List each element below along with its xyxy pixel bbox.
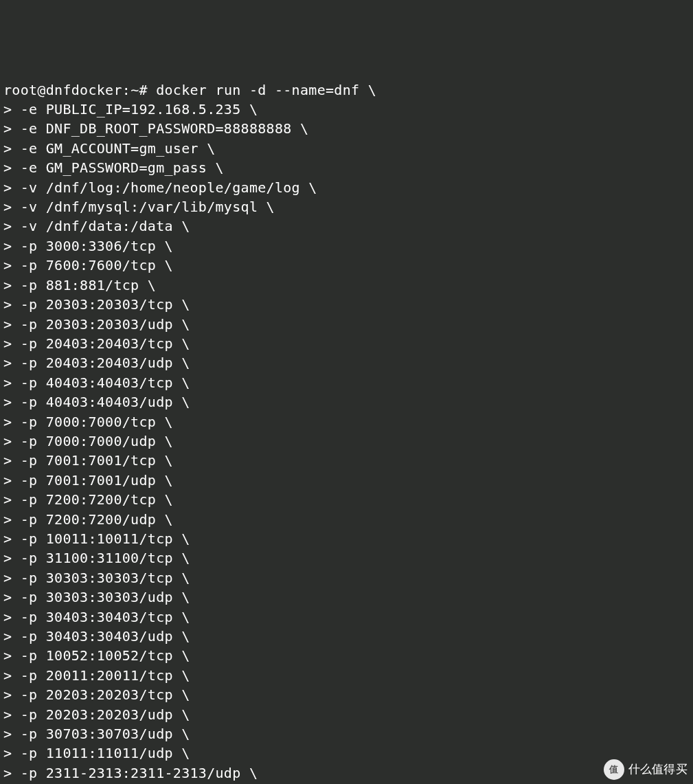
cmd-port-line: > -p 2311-2313:2311-2313/udp \: [3, 763, 690, 783]
cmd-port: -p 3000:3306/tcp: [21, 238, 156, 254]
cmd-env: -e DNF_DB_ROOT_PASSWORD=88888888: [21, 120, 292, 137]
cmd-port: -p 10011:10011/tcp: [21, 530, 173, 547]
cmd-port-line: > -p 7200:7200/tcp \: [3, 490, 690, 509]
cmd-port-line: > -p 7200:7200/udp \: [3, 510, 690, 529]
cmd-port: -p 11011:11011/udp: [21, 745, 173, 761]
cmd-port-line: > -p 20403:20403/udp \: [3, 353, 690, 372]
cmd-env-line: > -e PUBLIC_IP=192.168.5.235 \: [3, 100, 690, 119]
cmd-port-line: > -p 40403:40403/udp \: [3, 392, 690, 412]
cmd-port-line: > -p 11011:11011/udp \: [3, 743, 690, 763]
cmd-port: -p 7001:7001/udp: [21, 472, 156, 489]
cmd-env: -e GM_ACCOUNT=gm_user: [21, 140, 198, 157]
cmd-env-line: > -e DNF_DB_ROOT_PASSWORD=88888888 \: [3, 119, 690, 138]
cmd-port-line: > -p 881:881/tcp \: [3, 276, 690, 295]
prompt-char: #: [139, 82, 147, 98]
cmd-port-line: > -p 30403:30403/tcp \: [3, 607, 690, 627]
cmd-port: -p 30403:30403/tcp: [21, 609, 173, 625]
cmd-port: -p 20303:20303/udp: [21, 316, 173, 333]
cmd-port-line: > -p 7001:7001/udp \: [3, 471, 690, 490]
cmd-port-line: > -p 7000:7000/udp \: [3, 432, 690, 451]
cmd-port: -p 7200:7200/udp: [21, 511, 156, 528]
cmd-volume-line: > -v /dnf/data:/data \: [3, 216, 690, 236]
cmd-port-line: > -p 10011:10011/tcp \: [3, 529, 690, 548]
cmd-port: -p 20203:20203/udp: [21, 706, 173, 723]
cmd-volume-line: > -v /dnf/log:/home/neople/game/log \: [3, 178, 690, 197]
cmd-volume: -v /dnf/mysql:/var/lib/mysql: [21, 199, 258, 215]
cmd-port: -p 881:881/tcp: [21, 277, 139, 293]
cmd-port-line: > -p 30703:30703/udp \: [3, 724, 690, 743]
cmd-port-line: > -p 20203:20203/udp \: [3, 705, 690, 724]
cmd-base: docker run -d --name=dnf: [156, 82, 359, 98]
cmd-port: -p 30303:30303/tcp: [21, 570, 173, 586]
cmd-port-line: > -p 31100:31100/tcp \: [3, 548, 690, 568]
cmd-port-line: > -p 7600:7600/tcp \: [3, 256, 690, 275]
cmd-port: -p 20203:20203/tcp: [21, 686, 173, 703]
cmd-port-line: > -p 20403:20403/tcp \: [3, 334, 690, 353]
watermark: 值 什么值得买: [604, 759, 688, 780]
cmd-port: -p 7200:7200/tcp: [21, 491, 156, 508]
cmd-port: -p 7001:7001/tcp: [21, 452, 156, 469]
cmd-port: -p 40403:40403/udp: [21, 394, 173, 410]
cmd-port-line: > -p 20303:20303/tcp \: [3, 295, 690, 314]
cmd-port: -p 20303:20303/tcp: [21, 296, 173, 313]
cmd-env: -e PUBLIC_IP=192.168.5.235: [21, 101, 241, 117]
cmd-volume: -v /dnf/data:/data: [21, 218, 173, 234]
cmd-port: -p 7000:7000/tcp: [21, 414, 156, 430]
cmd-port-line: > -p 3000:3306/tcp \: [3, 236, 690, 256]
cmd-env-line: > -e GM_PASSWORD=gm_pass \: [3, 158, 690, 177]
prompt-line: root@dnfdocker:~# docker run -d --name=d…: [3, 80, 690, 100]
cmd-port-line: > -p 30303:30303/tcp \: [3, 568, 690, 587]
cmd-port: -p 20011:20011/tcp: [21, 667, 173, 684]
cmd-port-line: > -p 20303:20303/udp \: [3, 315, 690, 334]
cmd-volume: -v /dnf/log:/home/neople/game/log: [21, 179, 300, 196]
cmd-port-line: > -p 30403:30403/udp \: [3, 627, 690, 646]
cmd-port: -p 20403:20403/udp: [21, 355, 173, 371]
cmd-port-line: > -p 40403:40403/tcp \: [3, 373, 690, 392]
cmd-port: -p 10052:10052/tcp: [21, 647, 173, 664]
cmd-port-line: > -p 7000:7000/tcp \: [3, 412, 690, 432]
cmd-port: -p 30703:30703/udp: [21, 726, 173, 742]
cmd-env-line: > -e GM_ACCOUNT=gm_user \: [3, 139, 690, 158]
cmd-port: -p 31100:31100/tcp: [21, 550, 173, 566]
cmd-port-line: > -p 20203:20203/tcp \: [3, 685, 690, 704]
cmd-volume-line: > -v /dnf/mysql:/var/lib/mysql \: [3, 197, 690, 216]
cmd-port-line: > -p 30303:30303/udp \: [3, 587, 690, 607]
cmd-port: -p 30403:30403/udp: [21, 628, 173, 645]
cmd-port: -p 7000:7000/udp: [21, 433, 156, 449]
terminal[interactable]: root@dnfdocker:~# docker run -d --name=d…: [3, 80, 690, 784]
cmd-port-line: > -p 7001:7001/tcp \: [3, 451, 690, 470]
cmd-env: -e GM_PASSWORD=gm_pass: [21, 159, 207, 176]
cmd-port: -p 30303:30303/udp: [21, 589, 173, 605]
cmd-port-line: > -p 20011:20011/tcp \: [3, 666, 690, 685]
prompt-user-host: root@dnfdocker: [3, 82, 122, 98]
cmd-port-line: > -p 10052:10052/tcp \: [3, 646, 690, 665]
watermark-badge-icon: 值: [604, 759, 624, 780]
watermark-text: 什么值得买: [628, 760, 688, 779]
cmd-port: -p 20403:20403/tcp: [21, 335, 173, 352]
cmd-port: -p 2311-2313:2311-2313/udp: [21, 765, 241, 781]
cmd-port: -p 7600:7600/tcp: [21, 257, 156, 273]
prompt-cwd: ~: [130, 82, 139, 98]
cmd-port: -p 40403:40403/tcp: [21, 374, 173, 391]
